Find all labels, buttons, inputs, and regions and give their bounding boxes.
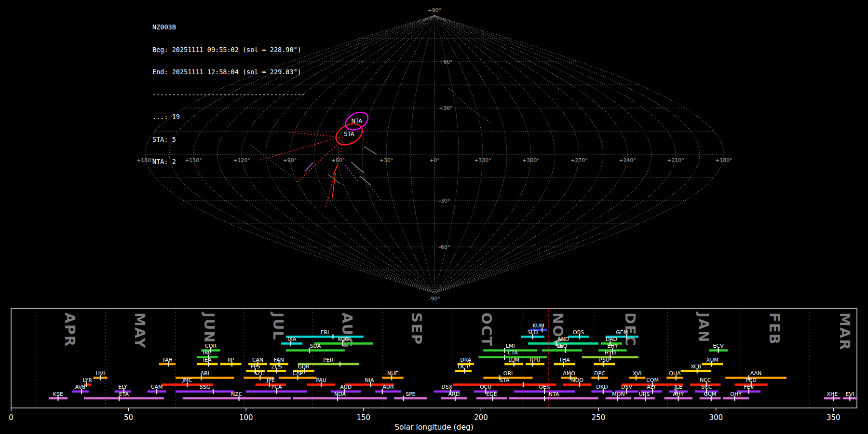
shower-bar: [568, 336, 589, 338]
lon-label: +240°: [619, 157, 636, 163]
shower-label: HVI: [96, 370, 105, 377]
month-label: APR: [62, 312, 78, 347]
shower-label: SPE: [406, 391, 416, 397]
shower-label: QUA: [669, 370, 681, 377]
trail-line: [355, 167, 381, 201]
shower-label: XVI: [633, 370, 641, 377]
shower-NDA: NDA: [293, 391, 387, 401]
shower-bar: [824, 397, 841, 400]
shower-DKD: DKD: [591, 384, 612, 394]
count-sta: STA: 5: [152, 136, 305, 144]
shower-label: OER: [539, 384, 550, 390]
station-id: NZ003B: [152, 24, 305, 31]
shower-label: ERI: [320, 329, 329, 336]
x-tick-label: 200: [474, 413, 488, 422]
month-label: MAR: [837, 312, 853, 351]
shower-label: OBS: [573, 329, 584, 336]
shower-label: SSG: [200, 384, 211, 390]
shower-label: FED: [746, 377, 757, 383]
shower-label: AHY: [673, 391, 684, 397]
shower-label: AND: [557, 336, 569, 342]
shower-label: FEV: [744, 384, 754, 390]
shower-bar: [629, 377, 645, 379]
shower-label: LUM: [508, 357, 519, 363]
shower-label: NZC: [231, 391, 243, 397]
shower-bar: [526, 363, 544, 366]
month-label: MAY: [132, 312, 148, 349]
shower-label: DSX: [441, 384, 452, 390]
sky-map-and-timeline: NTASTA+90°-90°+180°+150°+120°+90°+60°+30…: [0, 0, 868, 434]
shower-bar: [700, 397, 721, 400]
shower-label: IIP: [228, 357, 234, 363]
shower-label: RPU: [529, 357, 540, 363]
shower-bar: [509, 397, 598, 400]
peak-marker: [544, 396, 545, 401]
shower-label: ARI: [201, 370, 209, 377]
shower-bar: [681, 370, 711, 372]
shower-label: NOO: [571, 377, 583, 383]
shower-bar: [554, 363, 575, 366]
shower-label: GEM: [616, 329, 628, 336]
shower-bar: [84, 397, 164, 400]
shower-bar: [314, 342, 373, 345]
shower-label: COR: [205, 343, 217, 349]
shower-label: KUM: [533, 323, 544, 329]
pole-label-north: +90°: [428, 7, 442, 14]
lon-label: +300°: [522, 157, 540, 163]
shower-bar: [476, 397, 507, 400]
x-tick-label: 100: [239, 413, 253, 422]
peak-marker: [504, 348, 505, 353]
shower-label: SLD: [528, 329, 538, 336]
lon-label: +30°: [380, 157, 393, 163]
shower-label: IEA: [203, 357, 212, 363]
peak-marker: [523, 382, 524, 387]
trail-line: [305, 163, 313, 172]
trail-line: [325, 142, 343, 208]
shower-label: ARD: [448, 391, 460, 397]
radiant-nta: NTA: [342, 108, 371, 134]
radiant-label: STA: [344, 131, 354, 137]
shower-ECV: ECV: [709, 343, 728, 353]
shower-bar: [606, 397, 632, 400]
meteor-radiant-screen: NTASTA+90°-90°+180°+150°+120°+90°+60°+30…: [0, 0, 868, 434]
shower-HVI: HVI: [94, 370, 108, 380]
month-label: SEP: [408, 312, 425, 345]
shower-label: PSU: [599, 357, 610, 363]
lon-label: +0°: [429, 157, 440, 163]
shower-bar: [375, 391, 401, 393]
shower-label: XUM: [706, 357, 719, 363]
count-nta: NTA: 2: [152, 158, 305, 166]
shower-AHY: AHY: [665, 391, 693, 401]
x-tick-label: 50: [124, 413, 133, 422]
count-sporadic: ...: 19: [152, 113, 305, 121]
shower-label: NTA: [549, 391, 559, 397]
lat-label: -60°: [439, 244, 450, 250]
shower-label: CAN: [252, 357, 263, 363]
shower-bar: [220, 363, 242, 366]
shower-label: XCB: [691, 364, 701, 370]
shower-label: CAP: [292, 370, 303, 377]
lon-label: +180°: [136, 157, 154, 163]
shower-label: OHY: [730, 391, 742, 397]
shower-XVI: XVI: [629, 370, 645, 380]
lat-label: +30°: [439, 105, 453, 111]
separator-line: ---------------------------------------: [152, 91, 305, 99]
shower-QUA: QUA: [666, 370, 683, 380]
shower-label: SDA: [310, 343, 321, 349]
observation-info: NZ003B Beg: 20251111 09:55:02 (sol = 228…: [152, 9, 305, 181]
shower-HYD: HYD: [582, 350, 638, 360]
lon-label: +270°: [570, 157, 588, 163]
shower-bar: [542, 349, 582, 352]
month-label: JAN: [695, 312, 712, 343]
shower-label: AAN: [750, 370, 762, 377]
shower-label: STA: [500, 377, 510, 383]
shower-label: OCU: [480, 384, 491, 390]
month-label: JUN: [201, 312, 217, 344]
shower-TAH: TAH: [159, 357, 176, 367]
shower-label: EGE: [486, 391, 497, 397]
shower-label: ZCS: [271, 364, 282, 370]
shower-bar: [382, 377, 404, 379]
shower-label: ALY: [647, 384, 656, 390]
trail-line: [351, 162, 364, 173]
shower-bar: [591, 391, 612, 393]
